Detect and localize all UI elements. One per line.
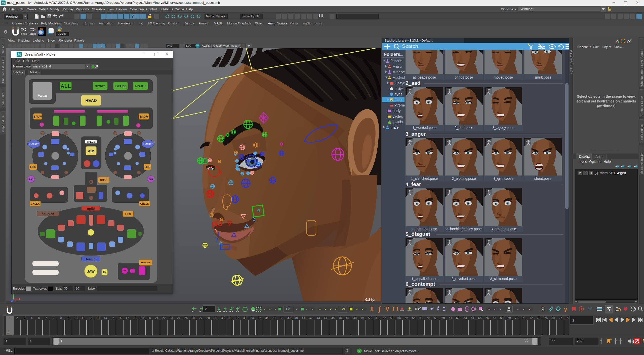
svg-text:M: M — [17, 53, 21, 56]
svg-text:+: + — [610, 338, 612, 341]
svg-text:ml: ml — [40, 27, 43, 30]
svg-text:M: M — [2, 1, 5, 5]
svg-text:+: + — [630, 164, 631, 166]
svg-text:+: + — [637, 164, 638, 166]
svg-text:x: x — [15, 300, 16, 303]
